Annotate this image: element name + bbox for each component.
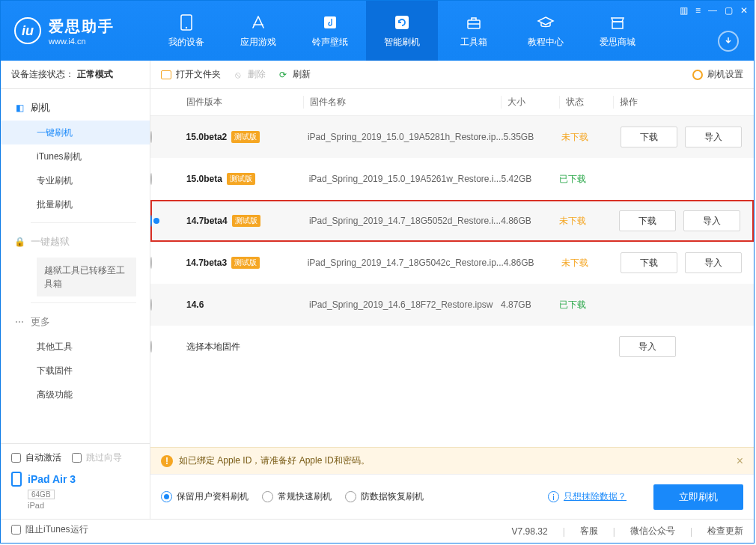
opt-keep-data[interactable]: 保留用户资料刷机 (161, 490, 249, 503)
firmware-name: iPad_Spring_2019_14.7_18G5052d_Restore.i… (309, 216, 501, 226)
sidebar-item-pro[interactable]: 专业刷机 (1, 168, 150, 192)
sidebar-group-flash[interactable]: ◧ 刷机 (1, 95, 150, 121)
svg-point-1 (186, 26, 187, 28)
brand-sub: www.i4.cn (49, 37, 115, 46)
row-op-button[interactable]: 下载 (621, 127, 677, 147)
sidebar-item-oneclick[interactable]: 一键刷机 (1, 121, 150, 144)
phone-icon (177, 13, 195, 31)
skip-guide-checkbox[interactable]: 跳过向导 (72, 451, 122, 464)
ipad-icon (11, 472, 22, 487)
sidebar-group-more[interactable]: ⋯ 更多 (1, 309, 150, 335)
music-icon (321, 13, 339, 31)
connection-status: 设备连接状态：正常模式 (1, 61, 150, 89)
firmware-status: 未下载 (561, 258, 588, 268)
svg-rect-6 (612, 22, 623, 28)
local-firmware-label: 选择本地固件 (186, 341, 240, 352)
brand-logo-icon: iu (14, 17, 41, 44)
auto-activate-checkbox[interactable]: 自动激活 (11, 451, 61, 464)
device-row[interactable]: iPad Air 3 (11, 472, 139, 487)
flash-settings-button[interactable]: 刷机设置 (692, 68, 743, 81)
firmware-size: 5.42GB (502, 174, 532, 184)
firmware-status: 已下载 (559, 299, 586, 310)
beta-badge: 测试版 (231, 257, 260, 269)
flash-now-button[interactable]: 立即刷机 (653, 484, 743, 510)
sidebar-item-download[interactable]: 下载固件 (1, 359, 150, 383)
open-folder-button[interactable]: 打开文件夹 (161, 68, 221, 81)
sidebar-item-batch[interactable]: 批量刷机 (1, 192, 150, 216)
row-radio[interactable] (150, 215, 152, 227)
window-controls: ▥ ≡ — ▢ ✕ (680, 5, 748, 16)
sidebar: 设备连接状态：正常模式 ◧ 刷机 一键刷机 iTunes刷机 专业刷机 批量刷机 (1, 61, 150, 519)
nav-ringtone[interactable]: 铃声壁纸 (294, 1, 366, 61)
block-itunes-checkbox[interactable]: 阻止iTunes运行 (11, 523, 88, 536)
notice-close-icon[interactable]: × (737, 454, 743, 468)
row-op-button[interactable]: 导入 (685, 252, 742, 273)
row-op-button[interactable]: 导入 (619, 336, 676, 357)
refresh-icon (393, 13, 411, 31)
minimize-icon[interactable]: — (708, 5, 717, 16)
nav-flash[interactable]: 智能刷机 (366, 1, 438, 61)
nav-device[interactable]: 我的设备 (150, 1, 222, 61)
nav-store[interactable]: 爱思商城 (582, 1, 653, 61)
row-radio[interactable] (150, 131, 152, 143)
maximize-icon[interactable]: ▢ (725, 5, 733, 16)
nav-apps[interactable]: 应用游戏 (222, 1, 294, 61)
notice-text: 如已绑定 Apple ID，请准备好 Apple ID和密码。 (179, 454, 370, 467)
opt-fast[interactable]: 常规快速刷机 (262, 490, 332, 503)
table-row[interactable]: 14.7beta3测试版iPad_Spring_2019_14.7_18G504… (150, 242, 754, 284)
firmware-name: iPad_Spring_2019_14.7_18G5042c_Restore.i… (308, 258, 504, 268)
brand: iu 爱思助手 www.i4.cn (1, 16, 150, 46)
table-row[interactable]: 14.6iPad_Spring_2019_14.6_18F72_Restore.… (150, 284, 754, 326)
table-header: 固件版本 固件名称 大小 状态 操作 (150, 89, 754, 116)
firmware-status: 未下载 (559, 216, 586, 226)
erase-only-link[interactable]: 只想抹除数据？ (564, 490, 627, 503)
download-ring-icon[interactable] (718, 31, 739, 52)
firmware-version: 14.7beta3 (186, 258, 227, 268)
firmware-version: 15.0beta (186, 174, 222, 184)
table-row[interactable]: 14.7beta4测试版iPad_Spring_2019_14.7_18G505… (150, 200, 754, 242)
folder-icon (161, 70, 171, 79)
refresh-small-icon: ⟳ (278, 70, 288, 80)
shirt-icon[interactable]: ▥ (680, 5, 688, 16)
sidebar-item-other[interactable]: 其他工具 (1, 335, 150, 359)
row-radio[interactable] (150, 299, 152, 311)
nav-tutorial[interactable]: 教程中心 (510, 1, 582, 61)
delete-button[interactable]: ⦸ 删除 (233, 68, 266, 81)
device-type: iPad (28, 501, 139, 510)
table-row[interactable]: 15.0beta测试版iPad_Spring_2019_15.0_19A5261… (150, 158, 754, 200)
delete-icon: ⦸ (233, 70, 243, 80)
table-row[interactable]: 15.0beta2测试版iPad_Spring_2019_15.0_19A528… (150, 116, 754, 158)
firmware-version: 15.0beta2 (186, 132, 228, 142)
device-capacity: 64GB (28, 490, 55, 499)
row-op-button[interactable]: 下载 (621, 252, 677, 273)
sidebar-group-jailbreak[interactable]: 🔒 一键越狱 (1, 229, 150, 255)
row-op-button[interactable]: 导入 (685, 127, 742, 147)
brand-title: 爱思助手 (49, 16, 115, 37)
store-icon (609, 13, 627, 31)
refresh-button[interactable]: ⟳ 刷新 (278, 68, 311, 81)
table-row-local[interactable]: 选择本地固件导入 (150, 326, 754, 368)
opt-antidata[interactable]: 防数据恢复刷机 (345, 490, 424, 503)
row-op-button[interactable]: 导入 (683, 210, 740, 231)
firmware-size: 4.86GB (504, 258, 534, 268)
gear-icon (692, 70, 703, 80)
sidebar-item-itunes[interactable]: iTunes刷机 (1, 144, 150, 168)
firmware-version: 14.7beta4 (186, 216, 228, 226)
toolbar: 打开文件夹 ⦸ 删除 ⟳ 刷新 刷机设置 (150, 61, 754, 89)
row-op-button[interactable]: 下载 (619, 210, 676, 231)
customer-service-link[interactable]: 客服 (580, 525, 598, 538)
firmware-name: iPad_Spring_2019_15.0_19A5261w_Restore.i… (309, 174, 502, 184)
row-radio[interactable] (150, 173, 152, 185)
nav-tools[interactable]: 工具箱 (438, 1, 510, 61)
main: 打开文件夹 ⦸ 删除 ⟳ 刷新 刷机设置 (150, 61, 754, 519)
sidebar-item-advanced[interactable]: 高级功能 (1, 383, 150, 407)
menu-icon[interactable]: ≡ (695, 5, 701, 16)
check-update-link[interactable]: 检查更新 (707, 525, 743, 538)
flash-bar: 保留用户资料刷机 常规快速刷机 防数据恢复刷机 i 只想抹除数据？ 立即刷机 (150, 474, 754, 519)
close-icon[interactable]: ✕ (740, 5, 748, 16)
info-icon: i (548, 491, 559, 502)
row-radio[interactable] (150, 341, 152, 353)
firmware-status: 未下载 (561, 132, 588, 142)
wechat-link[interactable]: 微信公众号 (630, 525, 675, 538)
row-radio[interactable] (150, 257, 152, 269)
